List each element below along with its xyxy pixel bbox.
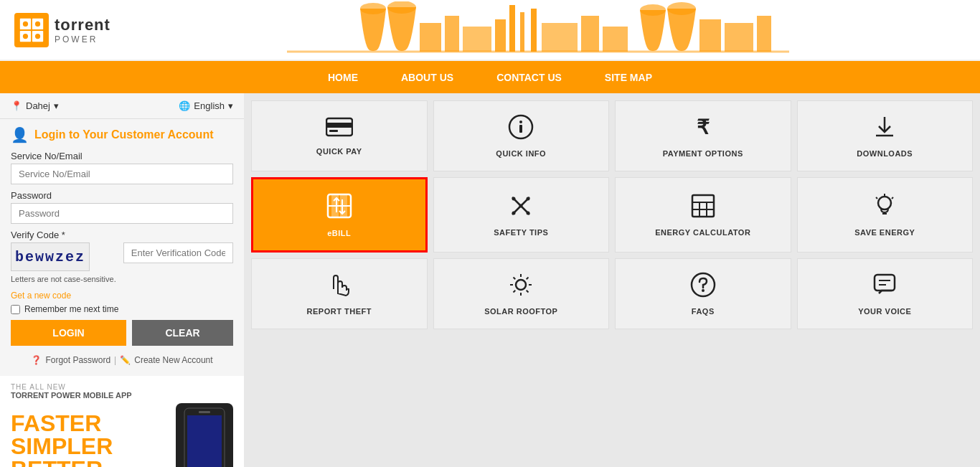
login-header: 👤 Login to Your Customer Account (0, 119, 244, 147)
app-simpler: SIMPLER (11, 435, 172, 458)
info-icon-svg (508, 114, 534, 140)
password-row: Password (11, 190, 233, 224)
grid-item-safety-tips[interactable]: SAFETY TIPS (433, 177, 610, 253)
svg-rect-31 (326, 123, 352, 128)
app-banner-small: THE ALL NEW (11, 383, 233, 391)
app-better: BETTER (11, 458, 172, 467)
svg-rect-18 (581, 16, 599, 52)
link-separator: | (114, 355, 116, 365)
grid-item-downloads[interactable]: DOWNLOADS (797, 100, 974, 171)
app-faster: FASTER (11, 412, 172, 435)
app-banner-main: FASTER SIMPLER BETTER (11, 403, 233, 467)
your-voice-icon (872, 272, 897, 303)
svg-point-46 (527, 197, 530, 201)
verify-row: Verify Code * bewwzez Letters are not ca… (11, 230, 233, 285)
svg-rect-19 (603, 27, 628, 52)
app-text: FASTER SIMPLER BETTER (11, 412, 172, 467)
your-voice-label: YOUR VOICE (858, 307, 911, 316)
nav-about[interactable]: ABOUT US (380, 61, 475, 93)
verify-note: Letters are not case-sensitive. (11, 274, 116, 285)
svg-line-58 (892, 197, 893, 199)
svg-rect-29 (199, 411, 210, 413)
nav-home[interactable]: HOME (306, 61, 380, 93)
grid-item-quick-pay[interactable]: QUICK PAY (251, 100, 428, 171)
svg-rect-24 (757, 16, 771, 52)
sun-icon-svg (508, 272, 534, 298)
question-icon-svg (690, 272, 716, 298)
svg-line-67 (527, 278, 529, 280)
login-form: Service No/Email Password Verify Code * … (0, 147, 244, 372)
energy-calculator-icon (690, 193, 716, 224)
grid-item-energy-calculator[interactable]: ENERGY CALCULATOR (615, 177, 791, 253)
speech-icon-svg (872, 272, 897, 298)
grid-item-ebill[interactable]: eBILL (251, 177, 428, 253)
svg-rect-10 (420, 23, 441, 52)
card-icon-svg (326, 116, 353, 138)
logo-icon (19, 17, 44, 43)
language-selector[interactable]: 🌐 English ▾ (179, 100, 233, 111)
svg-point-7 (35, 33, 40, 38)
grid-item-report-theft[interactable]: REPORT THEFT (251, 258, 428, 329)
password-label: Password (11, 190, 233, 201)
logo-torrent: torrent (55, 16, 110, 34)
service-input[interactable] (11, 164, 233, 184)
bulb-icon-svg (872, 193, 897, 219)
forgot-password-link[interactable]: Forgot Password (45, 355, 110, 365)
nav-sitemap[interactable]: SITE MAP (583, 61, 674, 93)
location-chevron-icon: ▾ (54, 100, 59, 111)
safety-tips-label: SAFETY TIPS (494, 228, 548, 237)
pencil-icon: ✏️ (120, 355, 131, 365)
lang-chevron-icon: ▾ (228, 100, 233, 111)
svg-point-70 (702, 289, 705, 292)
grid-item-save-energy[interactable]: SAVE ENERGY (797, 177, 974, 253)
hand-icon-svg (326, 272, 352, 298)
report-theft-label: REPORT THEFT (307, 307, 372, 316)
svg-point-4 (23, 21, 28, 26)
service-row: Service No/Email (11, 151, 233, 184)
verify-input-wrap (123, 242, 233, 263)
location-selector[interactable]: 📍 Dahej ▾ (11, 100, 59, 111)
svg-rect-32 (329, 130, 338, 132)
ebill-icon (326, 192, 353, 225)
grid-item-solar-rooftop[interactable]: SOLAR ROOFTOP (433, 258, 610, 329)
grid-item-quick-info[interactable]: QUICK INFO (433, 100, 610, 171)
svg-line-59 (876, 197, 877, 199)
nav-contact[interactable]: CONTACT US (475, 61, 583, 93)
location-label: Dahej (26, 100, 50, 111)
safety-tips-icon (508, 193, 534, 224)
grid-item-payment-options[interactable]: ₹ PAYMENT OPTIONS (615, 100, 791, 171)
remember-row: Remember me next time (11, 304, 233, 314)
svg-rect-71 (875, 275, 895, 291)
right-panel: QUICK PAY QUICK INFO ₹ (244, 93, 980, 467)
download-icon-svg (872, 114, 897, 140)
safety-icon-svg (508, 193, 534, 219)
remember-checkbox[interactable] (11, 305, 20, 314)
svg-point-47 (512, 212, 516, 215)
solar-rooftop-label: SOLAR ROOFTOP (484, 307, 557, 316)
login-button[interactable]: LOGIN (11, 320, 126, 346)
logo-power: POWER (55, 34, 110, 44)
grid-item-your-voice[interactable]: YOUR VOICE (797, 258, 974, 329)
new-code-link[interactable]: Get a new code (11, 291, 233, 301)
verify-input[interactable] (123, 242, 233, 263)
grid-item-faqs[interactable]: FAQS (615, 258, 791, 329)
password-input[interactable] (11, 203, 233, 224)
svg-text:₹: ₹ (697, 116, 710, 138)
svg-point-60 (516, 280, 526, 290)
svg-rect-12 (463, 27, 491, 52)
downloads-label: DOWNLOADS (857, 149, 913, 158)
svg-rect-11 (445, 16, 459, 52)
create-account-link[interactable]: Create New Account (134, 355, 212, 365)
svg-line-66 (527, 291, 529, 293)
svg-point-49 (519, 204, 523, 208)
left-panel: 📍 Dahej ▾ 🌐 English ▾ 👤 Login to Your Cu… (0, 93, 244, 467)
globe-icon: 🌐 (179, 100, 190, 111)
svg-rect-50 (692, 195, 714, 217)
quick-pay-label: QUICK PAY (316, 147, 362, 156)
clear-button[interactable]: CLEAR (132, 320, 233, 346)
app-banner-title: TORRENT POWER MOBILE APP (11, 391, 233, 400)
left-top-bar: 📍 Dahej ▾ 🌐 English ▾ (0, 93, 244, 119)
quick-pay-icon (326, 116, 353, 143)
ebill-label: eBILL (327, 229, 351, 237)
quick-info-label: QUICK INFO (496, 149, 546, 158)
